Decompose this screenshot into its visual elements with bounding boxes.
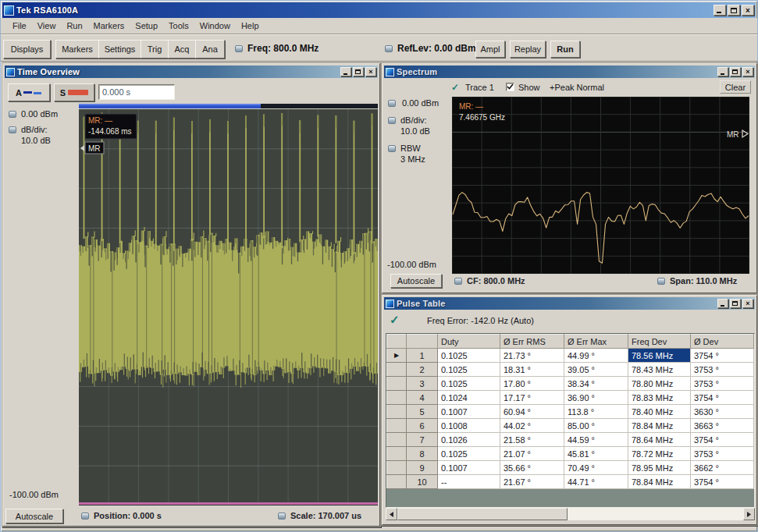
displays-button[interactable]: Displays	[3, 40, 51, 59]
clear-button[interactable]: Clear	[720, 80, 751, 94]
time-top-dbm-label[interactable]: 0.00 dBm	[21, 109, 58, 119]
ana-toolbar-button[interactable]: Ana	[195, 40, 225, 59]
pulse-table-header-freq-dev[interactable]: Freq Dev	[628, 335, 691, 349]
pulse-table-cell[interactable]: 78.64 MHz	[628, 433, 691, 447]
pulse-table-cell[interactable]: 45.81 °	[564, 447, 628, 461]
acq-toolbar-button[interactable]: Acq	[168, 40, 196, 59]
row-indicator-cell[interactable]	[387, 419, 407, 433]
detector-label[interactable]: +Peak Normal	[550, 83, 604, 92]
time-overview-close-button[interactable]: ×	[365, 67, 376, 76]
pulse-table-cell[interactable]: 21.73 °	[500, 349, 564, 363]
spectrum-trace-label[interactable]: Trace 1	[465, 83, 494, 92]
ampl-button[interactable]: Ampl	[475, 41, 505, 58]
pulse-table-cell[interactable]: 17.17 °	[500, 391, 564, 405]
pulse-table-cell[interactable]: --	[438, 475, 500, 489]
spectrum-dbdiv-label[interactable]: dB/div:	[400, 115, 427, 125]
pulse-table-row-9[interactable]: 90.100735.66 °70.49 °78.95 MHz3662 °	[387, 461, 754, 475]
pulse-table-row-5[interactable]: 50.100760.94 °113.8 °78.40 MHz3630 °	[387, 405, 754, 419]
time-top-dbm-knob-icon[interactable]	[9, 111, 16, 118]
spectrum-autoscale-button[interactable]: Autoscale	[390, 274, 442, 288]
settings-toolbar-button[interactable]: Settings	[98, 40, 141, 59]
pulse-table-header--dev[interactable]: Ø Dev	[691, 335, 754, 349]
pulse-table-maximize-button[interactable]	[730, 299, 741, 308]
maximize-button[interactable]	[728, 5, 740, 16]
spectrum-plot[interactable]: MR: —7.46675 GHzMR	[452, 97, 749, 274]
pulse-table-check-icon[interactable]: ✓	[390, 313, 400, 327]
scrollbar-thumb[interactable]	[397, 508, 568, 520]
row-indicator-cell[interactable]	[387, 377, 407, 391]
pulse-table-cell[interactable]: 0.1024	[438, 391, 500, 405]
pulse-table-cell[interactable]: 78.95 MHz	[628, 461, 691, 475]
pulse-table-cell[interactable]: 78.56 MHz	[628, 349, 691, 363]
pulse-table-cell[interactable]: 3754 °	[691, 391, 754, 405]
pulse-table-cell[interactable]: 0.1025	[438, 349, 500, 363]
pulse-table-cell[interactable]: 0.1025	[438, 363, 500, 377]
spectrum-top-dbm-label[interactable]: 0.00 dBm	[402, 98, 439, 108]
pulse-table-cell[interactable]: 3663 °	[691, 419, 754, 433]
menu-item-file[interactable]: File	[7, 19, 32, 33]
spectrum-maximize-button[interactable]	[730, 67, 741, 76]
position-knob-icon[interactable]	[81, 512, 89, 520]
spectrum-top-dbm-knob-icon[interactable]	[388, 100, 396, 107]
pulse-table-cell[interactable]: 18.31 °	[500, 363, 564, 377]
reflev-knob-icon[interactable]	[385, 45, 393, 52]
pulse-table-cell[interactable]: 0.1007	[438, 405, 500, 419]
span-label[interactable]: Span: 110.0 MHz	[670, 276, 737, 286]
pulse-table-header-duty[interactable]: Duty	[438, 335, 500, 349]
row-indicator-cell[interactable]	[387, 447, 407, 461]
span-knob-icon[interactable]	[657, 278, 665, 285]
row-indicator-cell[interactable]	[387, 461, 407, 475]
show-checkbox-label[interactable]: Show	[518, 83, 540, 92]
row-number-cell[interactable]: 8	[407, 447, 438, 461]
pulse-table-cell[interactable]: 3753 °	[691, 377, 754, 391]
pulse-table-row-7[interactable]: 70.102621.58 °44.59 °78.64 MHz3754 °	[387, 433, 754, 447]
scrollbar-track[interactable]	[568, 508, 743, 520]
pulse-table-cell[interactable]: 78.43 MHz	[628, 363, 691, 377]
pulse-table-cell[interactable]: 3754 °	[691, 433, 754, 447]
pulse-table-cell[interactable]: 0.1026	[438, 433, 500, 447]
menu-item-window[interactable]: Window	[194, 19, 236, 33]
pulse-table-cell[interactable]: 38.34 °	[564, 377, 628, 391]
pulse-table-row-4[interactable]: 40.102417.17 °36.90 °78.83 MHz3754 °	[387, 391, 754, 405]
cf-label[interactable]: CF: 800.0 MHz	[467, 276, 525, 286]
pulse-table-cell[interactable]: 39.05 °	[564, 363, 628, 377]
row-number-cell[interactable]: 2	[407, 363, 438, 377]
row-number-cell[interactable]: 5	[407, 405, 438, 419]
freq-knob-icon[interactable]	[235, 45, 243, 52]
rbw-label[interactable]: RBW	[400, 144, 421, 153]
time-overview-trace-s-button[interactable]: S	[54, 83, 94, 101]
close-button[interactable]: ×	[742, 5, 754, 16]
time-overview-minimize-button[interactable]	[340, 67, 351, 76]
time-offset-field[interactable]: 0.000 s	[98, 84, 175, 100]
time-dbdiv-label[interactable]: dB/div:	[21, 125, 48, 134]
rbw-knob-icon[interactable]	[388, 145, 396, 152]
row-indicator-cell[interactable]: ▶	[387, 349, 407, 363]
show-checkbox[interactable]	[506, 83, 514, 91]
pulse-table-cell[interactable]: 3754 °	[691, 349, 754, 363]
pulse-table-cell[interactable]: 3754 °	[691, 475, 754, 489]
scrollbar-left-arrow[interactable]	[386, 508, 397, 520]
pulse-table-cell[interactable]: 78.80 MHz	[628, 377, 691, 391]
row-number-cell[interactable]: 9	[407, 461, 438, 475]
reflev-readout[interactable]: RefLev: 0.00 dBm	[397, 43, 476, 54]
pulse-table-header--err-max[interactable]: Ø Err Max	[564, 335, 628, 349]
pulse-table-cell[interactable]: 0.1008	[438, 419, 500, 433]
pulse-table-cell[interactable]: 44.02 °	[500, 419, 564, 433]
menu-item-view[interactable]: View	[32, 19, 62, 33]
trig-toolbar-button[interactable]: Trig	[141, 40, 169, 59]
pulse-table-cell[interactable]: 44.71 °	[564, 475, 628, 489]
scrollbar-right-arrow[interactable]	[743, 508, 755, 520]
menu-item-markers[interactable]: Markers	[88, 19, 130, 33]
pulse-table-cell[interactable]: 60.94 °	[500, 405, 564, 419]
pulse-table-header--err-rms[interactable]: Ø Err RMS	[500, 335, 564, 349]
time-overview-maximize-button[interactable]	[353, 67, 364, 76]
pulse-table-cell[interactable]: 21.07 °	[500, 447, 564, 461]
pulse-table-cell[interactable]: 36.90 °	[564, 391, 628, 405]
row-indicator-cell[interactable]	[387, 475, 407, 489]
row-number-cell[interactable]: 10	[407, 475, 438, 489]
pulse-table-cell[interactable]: 78.84 MHz	[628, 475, 691, 489]
pulse-table-cell[interactable]: 44.59 °	[564, 433, 628, 447]
scale-knob-icon[interactable]	[278, 512, 286, 520]
pulse-table-cell[interactable]: 3753 °	[691, 363, 754, 377]
time-overview-trace-a-button[interactable]: A	[8, 83, 50, 101]
